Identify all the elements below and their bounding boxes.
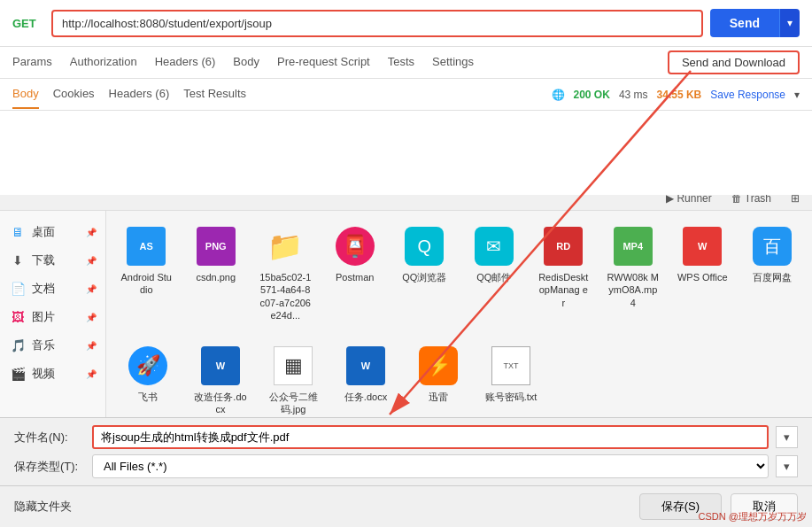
url-bar: GET Send ▾ bbox=[0, 0, 812, 47]
file-dialog: ▶ Runner 🗑 Trash ⊞ 🖥 桌面 📌 ⬇ 下载 📌 📄 bbox=[0, 186, 812, 527]
filetype-select[interactable]: All Files (*.*) bbox=[92, 454, 769, 478]
mp4-icon: MP4 bbox=[614, 227, 653, 266]
main-tabs: Params Authorization Headers (6) Body Pr… bbox=[0, 47, 812, 79]
list-item[interactable]: W 改造任务.docx bbox=[189, 341, 251, 417]
sidebar-item-desktop[interactable]: 🖥 桌面 📌 bbox=[0, 218, 105, 246]
body-tab-cookies[interactable]: Cookies bbox=[53, 80, 95, 109]
filetype-label: 保存类型(T): bbox=[14, 459, 85, 475]
txt-icon: TXT bbox=[491, 346, 530, 385]
qr-icon: ▦ bbox=[274, 346, 313, 385]
watermark: CSDN @理想万岁万万岁 bbox=[699, 510, 807, 523]
url-input[interactable] bbox=[51, 10, 703, 37]
tab-prerequest[interactable]: Pre-request Script bbox=[277, 48, 370, 77]
tab-authorization[interactable]: Authorization bbox=[70, 48, 137, 77]
png-icon: PNG bbox=[197, 227, 236, 266]
docx-task-icon: W bbox=[346, 346, 385, 385]
swift-icon: ⚡ bbox=[419, 346, 458, 385]
status-code: 200 OK bbox=[574, 89, 610, 101]
pin-icon-music: 📌 bbox=[86, 341, 97, 351]
filetype-dropdown-button[interactable]: ▾ bbox=[776, 455, 798, 477]
send-button[interactable]: Send bbox=[710, 9, 779, 37]
list-item[interactable]: 📮 Postman bbox=[326, 221, 385, 325]
doc-folder-icon: 📄 bbox=[9, 280, 27, 298]
file-browser: 🖥 桌面 📌 ⬇ 下载 📌 📄 文档 📌 🖼 图片 📌 🎵 音乐 bbox=[0, 211, 812, 417]
tab-body[interactable]: Body bbox=[233, 48, 259, 77]
filename-label: 文件名(N): bbox=[14, 430, 85, 446]
body-tab-body[interactable]: Body bbox=[12, 80, 39, 109]
list-item[interactable]: 🚀 飞书 bbox=[117, 341, 179, 417]
filetype-row: 保存类型(T): All Files (*.*) ▾ bbox=[14, 454, 798, 478]
list-item[interactable]: ✉ QQ邮件 bbox=[465, 221, 524, 325]
pin-icon-video: 📌 bbox=[86, 369, 97, 379]
send-dropdown-button[interactable]: ▾ bbox=[779, 9, 800, 37]
tab-settings[interactable]: Settings bbox=[432, 48, 474, 77]
send-download-button[interactable]: Send and Download bbox=[668, 50, 800, 74]
files-row-2: 🚀 飞书 W 改造任务.docx ▦ 公众号二维码.jpg W 任务.docx … bbox=[113, 337, 805, 417]
feishu-icon: 🚀 bbox=[128, 346, 167, 385]
filename-input[interactable] bbox=[92, 425, 769, 449]
list-item[interactable]: MP4 RWW08k MymO8A.mp4 bbox=[604, 221, 663, 325]
qq-browser-icon: Q bbox=[405, 227, 444, 266]
list-item[interactable]: W WPS Office bbox=[673, 221, 732, 325]
folder-icon: 📁 bbox=[267, 229, 303, 263]
pin-icon-desktop: 📌 bbox=[86, 228, 97, 237]
redis-icon: RD bbox=[544, 227, 583, 266]
pin-icon-img: 📌 bbox=[86, 313, 97, 322]
save-response-link[interactable]: Save Response bbox=[710, 89, 785, 101]
tab-params[interactable]: Params bbox=[12, 48, 52, 77]
pin-icon-doc: 📌 bbox=[86, 284, 97, 294]
sidebar-item-music[interactable]: 🎵 音乐 📌 bbox=[0, 331, 105, 360]
sidebar-item-download[interactable]: ⬇ 下载 📌 bbox=[0, 246, 105, 275]
pin-icon-download: 📌 bbox=[86, 256, 97, 266]
desktop-icon: 🖥 bbox=[9, 223, 27, 241]
postman-icon: 📮 bbox=[336, 227, 375, 266]
list-item[interactable]: 百 百度网盘 bbox=[743, 221, 802, 325]
list-item[interactable]: Q QQ浏览器 bbox=[395, 221, 454, 325]
list-item[interactable]: TXT 账号密码.txt bbox=[480, 341, 542, 417]
save-area: 文件名(N): ▾ 保存类型(T): All Files (*.*) ▾ bbox=[0, 417, 812, 485]
body-tabs: Body Cookies Headers (6) Test Results 🌐 … bbox=[0, 79, 812, 111]
docx-modify-icon: W bbox=[201, 346, 240, 385]
status-size: 34.55 KB bbox=[657, 89, 702, 101]
music-icon: 🎵 bbox=[9, 337, 27, 354]
tab-headers[interactable]: Headers (6) bbox=[155, 48, 216, 77]
status-bar: 🌐 200 OK 43 ms 34.55 KB Save Response ▾ bbox=[552, 89, 800, 101]
hide-files-button[interactable]: 隐藏文件夹 bbox=[14, 499, 72, 515]
list-item[interactable]: RD RedisDesktopManag er bbox=[534, 221, 593, 325]
files-area: AS Android Studio PNG csdn.png 📁 15ba5c0… bbox=[106, 211, 812, 417]
image-icon: 🖼 bbox=[9, 308, 27, 326]
baidu-icon: 百 bbox=[753, 227, 792, 266]
globe-icon: 🌐 bbox=[552, 89, 565, 101]
save-response-chevron[interactable]: ▾ bbox=[794, 89, 800, 101]
list-item[interactable]: 📁 15ba5c02-1571-4a64-8c07-a7c206e24d... bbox=[256, 221, 315, 325]
studio-icon: AS bbox=[127, 227, 166, 266]
filename-row: 文件名(N): ▾ bbox=[14, 425, 798, 449]
wps-icon: W bbox=[683, 227, 722, 266]
list-item[interactable]: W 任务.docx bbox=[335, 341, 397, 417]
dialog-footer: 隐藏文件夹 保存(S) 取消 bbox=[0, 485, 812, 527]
list-item[interactable]: ⚡ 迅雷 bbox=[407, 341, 469, 417]
filename-dropdown-button[interactable]: ▾ bbox=[776, 426, 798, 448]
sidebar-item-video[interactable]: 🎬 视频 📌 bbox=[0, 360, 105, 388]
sidebar-item-image[interactable]: 🖼 图片 📌 bbox=[0, 303, 105, 331]
tab-tests[interactable]: Tests bbox=[388, 48, 414, 77]
file-sidebar: 🖥 桌面 📌 ⬇ 下载 📌 📄 文档 📌 🖼 图片 📌 🎵 音乐 bbox=[0, 211, 106, 417]
http-method: GET bbox=[12, 17, 44, 30]
sidebar-item-doc[interactable]: 📄 文档 📌 bbox=[0, 275, 105, 303]
list-item[interactable]: PNG csdn.png bbox=[187, 221, 246, 325]
body-tab-headers[interactable]: Headers (6) bbox=[109, 80, 170, 109]
status-time: 43 ms bbox=[619, 89, 648, 101]
body-tab-testresults[interactable]: Test Results bbox=[183, 80, 246, 109]
list-item[interactable]: ▦ 公众号二维码.jpg bbox=[262, 341, 324, 417]
list-item[interactable]: AS Android Studio bbox=[117, 221, 176, 325]
send-btn-group: Send ▾ bbox=[710, 9, 800, 37]
qq-mail-icon: ✉ bbox=[475, 227, 514, 266]
download-icon: ⬇ bbox=[9, 252, 27, 269]
files-row-1: AS Android Studio PNG csdn.png 📁 15ba5c0… bbox=[113, 218, 805, 329]
video-icon: 🎬 bbox=[9, 365, 27, 383]
postman-panel: GET Send ▾ Params Authorization Headers … bbox=[0, 0, 812, 195]
